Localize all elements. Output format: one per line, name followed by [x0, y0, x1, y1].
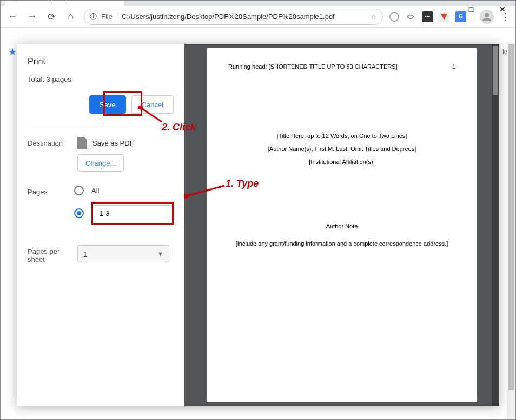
extension-circle-icon[interactable] — [389, 12, 399, 22]
url-bar[interactable]: ⓘ File C:/Users/justin.zeng/Desktop/PDF%… — [84, 9, 383, 25]
svg-rect-0 — [12, 0, 18, 1]
preview-page: Running head: [SHORTENED TITLE UP TO 50 … — [207, 48, 477, 402]
pages-per-sheet-select[interactable]: 1 ▼ — [77, 245, 169, 262]
cancel-button[interactable]: Cancel — [131, 95, 174, 114]
file-icon — [11, 0, 19, 1]
page-range-highlight-annotation — [91, 202, 174, 225]
maximize-button[interactable]: □ — [460, 3, 482, 16]
page-number: 1 — [452, 63, 455, 70]
star-icon[interactable]: ☆ — [371, 12, 377, 21]
save-button[interactable]: Save — [89, 95, 126, 114]
minimize-button[interactable]: — — [429, 3, 451, 16]
destination-label: Destination — [28, 137, 77, 147]
pages-all-option[interactable]: All — [74, 186, 174, 195]
print-dialog: Print Total: 3 pages Save Cancel Destina… — [17, 44, 499, 406]
running-head: Running head: [SHORTENED TITLE UP TO 50 … — [228, 63, 398, 70]
reload-button[interactable]: ⟳ — [45, 11, 58, 23]
tab-close-icon[interactable]: ✕ — [111, 0, 117, 2]
tab-title: PDF sample1.pdf — [23, 0, 107, 1]
pages-label: Pages — [28, 186, 74, 196]
author-note-heading: Author Note — [228, 223, 455, 229]
info-icon[interactable]: ⓘ — [90, 12, 97, 22]
url-text: C:/Users/justin.zeng/Desktop/PDF%20Sampl… — [122, 12, 366, 21]
destination-value: Save as PDF — [92, 139, 134, 147]
pages-range-option[interactable] — [74, 202, 174, 225]
total-pages: Total: 3 pages — [28, 75, 174, 83]
radio-unchecked-icon[interactable] — [74, 186, 84, 195]
extension-knot-icon[interactable] — [406, 12, 415, 22]
radio-checked-icon[interactable] — [74, 208, 84, 218]
doc-author: [Author Name(s), First M. Last, Omit Tit… — [228, 142, 455, 155]
page-range-input[interactable] — [95, 205, 170, 221]
doc-affiliation: [Institutional Affiliation(s)] — [228, 155, 455, 168]
close-window-button[interactable]: ✕ — [492, 3, 513, 16]
author-note-text: [Include any grant/funding information a… — [228, 240, 455, 247]
print-preview: Running head: [SHORTENED TITLE UP TO 50 … — [184, 44, 499, 406]
home-button[interactable]: ⌂ — [64, 11, 77, 22]
preview-scrollbar[interactable] — [492, 44, 499, 406]
print-settings-panel: Print Total: 3 pages Save Cancel Destina… — [17, 44, 184, 406]
pages-per-sheet-label: Pages per sheet — [28, 245, 77, 264]
change-destination-button[interactable]: Change... — [77, 154, 124, 172]
back-button[interactable]: ← — [6, 11, 19, 22]
browser-tab[interactable]: PDF sample1.pdf ✕ — [5, 0, 124, 6]
forward-button[interactable]: → — [25, 11, 38, 22]
doc-title: [Title Here, up to 12 Words, on One to T… — [228, 129, 455, 142]
file-badge: File — [101, 12, 117, 21]
chevron-down-icon: ▼ — [157, 251, 163, 257]
window-scrollbar[interactable] — [507, 43, 515, 419]
pdf-icon — [77, 137, 87, 149]
new-tab-button[interactable]: + — [124, 0, 140, 6]
bookmark-star-icon[interactable]: ★ — [8, 46, 17, 58]
print-title: Print — [28, 57, 174, 67]
